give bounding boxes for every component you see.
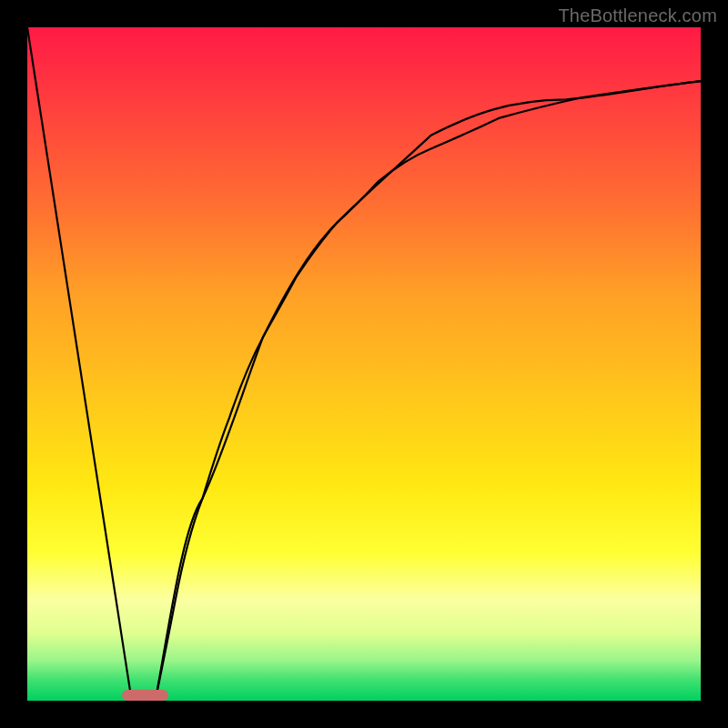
plot-area [27, 27, 701, 701]
series-left-linear [27, 27, 132, 701]
curve-layer [27, 27, 701, 701]
bottleneck-marker [122, 690, 169, 701]
watermark-text: TheBottleneck.com [558, 5, 717, 26]
series-right-curve-refined [156, 81, 701, 701]
chart-frame: TheBottleneck.com [0, 0, 728, 728]
series-right-curve [156, 81, 701, 701]
